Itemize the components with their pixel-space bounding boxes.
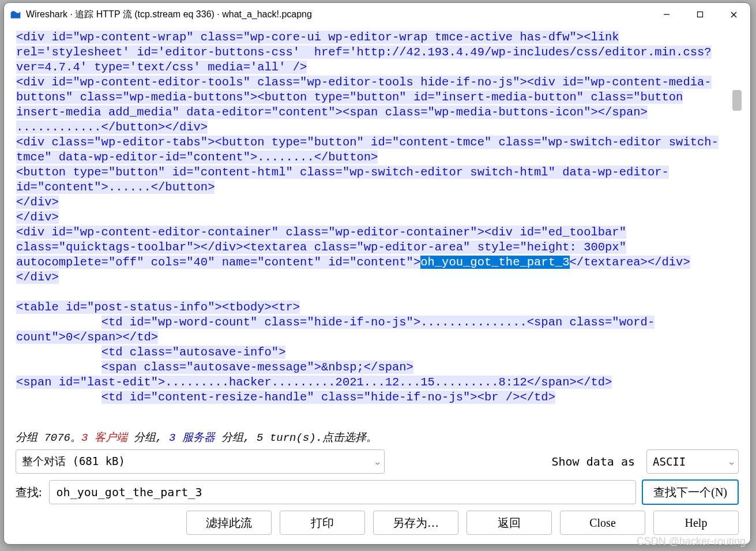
find-input[interactable] (49, 480, 637, 504)
titlebar[interactable]: Wireshark · 追踪 HTTP 流 (tcp.stream eq 336… (4, 3, 750, 26)
wireshark-icon (10, 9, 21, 20)
show-data-as-label: Show data as (552, 455, 635, 468)
chevron-down-icon: ⌄ (367, 458, 381, 466)
controls-row-1: 整个对话 (681 kB) ⌄ Show data as ASCII ⌄ (4, 447, 750, 477)
status-turns: 5 turn(s). (257, 432, 322, 444)
find-label: 查找: (16, 485, 43, 500)
back-button[interactable]: 返回 (467, 511, 552, 535)
chevron-down-icon: ⌄ (721, 458, 735, 466)
status-line[interactable]: 分组 7076。3 客户端 分组, 3 服务器 分组, 5 turn(s).点击… (4, 426, 750, 447)
server-count: 3 (169, 432, 182, 444)
close-label: Close (589, 516, 616, 530)
save-as-label: 另存为… (393, 515, 439, 531)
close-button[interactable] (717, 3, 750, 26)
minimize-button[interactable] (650, 3, 683, 26)
client-count: 3 (81, 432, 95, 444)
window-controls (650, 3, 750, 26)
filter-out-label: 滤掉此流 (206, 515, 252, 531)
status-prefix: 分组 7076。 (16, 432, 81, 444)
close-dialog-button[interactable]: Close (560, 511, 645, 535)
help-label: Help (685, 516, 708, 530)
conversation-combo-label: 整个对话 (681 kB) (22, 454, 125, 469)
status-mid1: 分组, (127, 432, 169, 444)
server-label: 服务器 (182, 432, 215, 444)
stream-content-pane[interactable]: <div id="wp-content-wrap" class="wp-core… (10, 29, 744, 426)
bottom-button-bar: 滤掉此流 打印 另存为… 返回 Close Help (4, 511, 750, 544)
scrollbar-thumb[interactable] (732, 90, 742, 111)
encoding-combo[interactable]: ASCII ⌄ (646, 449, 739, 474)
stream-text[interactable]: <div id="wp-content-wrap" class="wp-core… (16, 30, 727, 426)
print-label: 打印 (311, 515, 334, 531)
vertical-scrollbar[interactable] (732, 32, 742, 423)
status-mid2: 分组, (215, 432, 257, 444)
save-as-button[interactable]: 另存为… (373, 511, 458, 535)
window-title: Wireshark · 追踪 HTTP 流 (tcp.stream eq 336… (26, 9, 312, 21)
back-label: 返回 (498, 515, 521, 531)
client-label: 客户端 (95, 432, 127, 444)
help-button[interactable]: Help (653, 511, 739, 535)
main-window: Wireshark · 追踪 HTTP 流 (tcp.stream eq 336… (3, 2, 751, 545)
print-button[interactable]: 打印 (280, 511, 365, 535)
svg-rect-1 (698, 12, 703, 17)
maximize-button[interactable] (683, 3, 717, 26)
encoding-combo-label: ASCII (653, 455, 686, 468)
find-next-label: 查找下一个(N) (653, 485, 727, 500)
status-click: 点击选择。 (322, 432, 377, 444)
find-next-button[interactable]: 查找下一个(N) (642, 479, 739, 505)
filter-out-stream-button[interactable]: 滤掉此流 (186, 511, 272, 535)
conversation-combo[interactable]: 整个对话 (681 kB) ⌄ (16, 449, 385, 474)
controls-row-2: 查找: 查找下一个(N) (4, 477, 750, 511)
